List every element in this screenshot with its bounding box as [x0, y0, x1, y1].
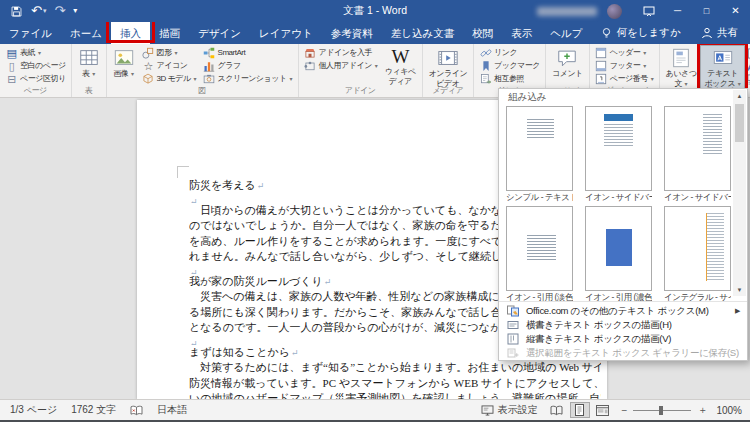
dropdown-arrow-icon: ▾	[43, 7, 47, 15]
wordart-button[interactable]: A▾	[746, 60, 750, 73]
3d-models-button[interactable]: 3D モデル▾	[140, 72, 199, 85]
button-label: 表 ▾	[82, 69, 95, 80]
tab-mailings[interactable]: 差し込み文書	[382, 22, 464, 44]
bookmark-button[interactable]: ブックマーク	[477, 59, 542, 72]
gallery-item[interactable]: イオン - サイドバー 1	[585, 106, 652, 203]
comment-button[interactable]: コメント	[548, 45, 587, 85]
tab-design[interactable]: デザイン	[189, 22, 250, 44]
zoom-control: − ＋	[622, 403, 708, 417]
print-layout-button[interactable]	[570, 402, 590, 418]
undo-icon: ↶	[31, 5, 42, 17]
table-icon	[78, 47, 100, 69]
gallery-item[interactable]: イオン - 引用 (淡色)	[506, 206, 573, 303]
tab-insert[interactable]: 挿入	[111, 22, 150, 44]
my-add-ins-button[interactable]: 個人用アドイン▾	[302, 59, 380, 72]
header-icon	[595, 47, 608, 59]
web-layout-button[interactable]	[593, 402, 613, 418]
zoom-out-button[interactable]: −	[622, 405, 628, 416]
gallery-item[interactable]: インテグラル - サイドバー	[664, 206, 731, 303]
quick-parts-button[interactable]: ▾	[746, 47, 750, 60]
scroll-down-button[interactable]: ▼	[733, 284, 746, 296]
ribbon-group-tables: 表 ▾表	[72, 44, 107, 97]
greeting-line-button[interactable]: あいさつ文 ▾	[662, 45, 701, 89]
tell-me-box[interactable]: 何をしますか	[591, 22, 690, 44]
gallery-item[interactable]: シンプル - テキスト ボッ...	[506, 106, 573, 203]
tab-references[interactable]: 参考資料	[322, 22, 382, 44]
footer-button[interactable]: フッター▾	[593, 59, 656, 72]
cross-reference-button[interactable]: 相互参照	[477, 72, 542, 85]
zoom-slider-thumb[interactable]	[659, 406, 663, 415]
tab-draw[interactable]: 描画	[150, 22, 189, 44]
tab-view[interactable]: 表示	[502, 22, 541, 44]
header-button[interactable]: ヘッダー▾	[593, 46, 656, 59]
chart-button[interactable]: グラフ	[201, 59, 295, 72]
maximize-button[interactable]: □	[692, 0, 721, 22]
share-button[interactable]: 共有	[701, 22, 750, 44]
button-label: ヘッダー	[610, 47, 641, 58]
character-count[interactable]: 1762 文字	[71, 403, 116, 417]
read-mode-button[interactable]	[547, 402, 567, 418]
table-button[interactable]: 表 ▾	[74, 45, 104, 85]
gallery-thumbnail	[585, 106, 652, 191]
gallery-item[interactable]: イオン - サイドバー 2	[664, 106, 731, 203]
gallery-scrollbar[interactable]: ▲ ▼	[733, 90, 746, 296]
page-number-icon	[595, 73, 608, 85]
display-settings-button[interactable]: 表示設定	[481, 403, 538, 417]
button-label: ウィキペ	[385, 67, 416, 77]
link-button[interactable]: リンク	[477, 46, 542, 59]
page-number-button[interactable]: ページ番号▾	[593, 72, 656, 85]
online-video-button[interactable]: オンラインビデオ	[425, 45, 471, 88]
scrollbar-track[interactable]	[733, 102, 746, 284]
tab-help[interactable]: ヘルプ	[541, 22, 591, 44]
draw-vertical-text-box-item[interactable]: 縦書きテキスト ボックスの描画(V)	[499, 332, 747, 346]
tab-file[interactable]: ファイル	[0, 22, 61, 44]
gallery-thumbnail	[664, 206, 731, 291]
draw-horizontal-text-box-item[interactable]: 横書きテキスト ボックスの描画(H)	[499, 318, 747, 332]
text-box-button[interactable]: テキストボックス ▾	[700, 45, 744, 89]
proofing-status[interactable]	[130, 405, 143, 416]
paragraph-mark: ↵	[190, 339, 198, 345]
customize-qat-button[interactable]: ▾	[69, 0, 81, 22]
gallery-item[interactable]: イオン - 引用 (濃色)	[585, 206, 652, 303]
ribbon-display-options-button[interactable]	[634, 0, 663, 22]
icons-button[interactable]: ☆アイコン	[140, 59, 199, 72]
scrollbar-thumb[interactable]	[735, 104, 744, 142]
cover-page-button[interactable]: ▤表紙▾	[3, 46, 68, 59]
tab-layout[interactable]: レイアウト	[250, 22, 322, 44]
blank-page-button[interactable]: ▯空白のページ	[3, 59, 68, 72]
redo-button[interactable]: ↷	[50, 0, 69, 22]
get-add-ins-button[interactable]: アドインを入手	[302, 46, 380, 59]
save-selection-icon	[506, 347, 520, 359]
office-com-text-boxes-item[interactable]: Office.com のその他のテキスト ボックス(M)▶	[499, 304, 747, 318]
close-button[interactable]: ✕	[721, 0, 750, 22]
tab-home[interactable]: ホーム	[61, 22, 111, 44]
save-button[interactable]	[6, 0, 27, 22]
greeting-icon	[670, 47, 692, 69]
shapes-button[interactable]: 図形▾	[140, 46, 199, 59]
scroll-up-button[interactable]: ▲	[733, 90, 746, 102]
cross-ref-icon	[479, 73, 492, 85]
tab-review[interactable]: 校閲	[463, 22, 502, 44]
page-break-button[interactable]: ⊟ページ区切り	[3, 72, 68, 85]
pictures-button[interactable]: 画像 ▾	[109, 45, 139, 86]
smartart-button[interactable]: SmartArt	[201, 46, 295, 59]
wikipedia-button[interactable]: Wウィキペディア	[381, 45, 420, 86]
gallery-thumbnail	[506, 106, 573, 191]
user-avatar[interactable]	[607, 4, 622, 19]
zoom-in-button[interactable]: ＋	[697, 403, 707, 417]
my-addin-icon	[304, 60, 317, 72]
line-text: 我が家の防災ルールづくり	[189, 275, 323, 287]
language-indicator[interactable]: 日本語	[157, 403, 187, 417]
minimize-button[interactable]: ─	[663, 0, 692, 22]
zoom-level[interactable]: 100%	[716, 405, 742, 416]
quick-access-toolbar: ↶▾↷▾	[0, 0, 81, 22]
page-indicator[interactable]: 1/3 ページ	[10, 403, 57, 417]
line-text: 防災情報が載っています。PC やスマートフォンから WEB サイトにアクセスして…	[189, 377, 601, 389]
screenshot-button[interactable]: スクリーンショット▾	[201, 72, 295, 85]
zoom-slider[interactable]	[633, 410, 691, 411]
gallery-thumbnail	[664, 106, 731, 191]
gallery-menu: Office.com のその他のテキスト ボックス(M)▶横書きテキスト ボック…	[499, 301, 747, 360]
ribbon-group-label: ページ	[0, 85, 71, 97]
blank-page-icon: ▯	[5, 60, 18, 72]
undo-button[interactable]: ↶▾	[27, 0, 50, 22]
